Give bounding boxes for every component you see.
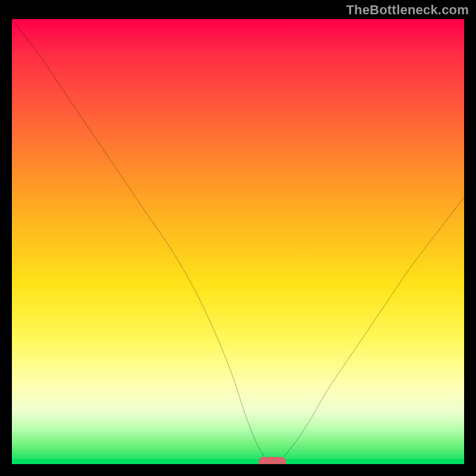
optimum-marker (258, 457, 286, 464)
watermark-text: TheBottleneck.com (346, 2, 469, 18)
curve-path (12, 19, 464, 464)
bottleneck-curve (12, 19, 464, 464)
chart-frame: TheBottleneck.com (0, 0, 476, 476)
plot-area (12, 19, 464, 464)
